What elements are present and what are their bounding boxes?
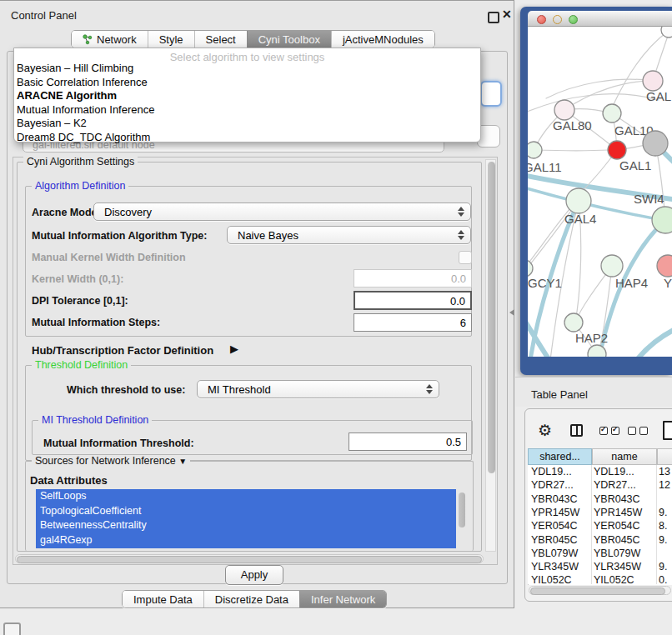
attributes-list-scrollbar[interactable] [459, 492, 465, 528]
column-header-shared-name[interactable]: shared... [528, 448, 592, 465]
table-row[interactable]: YER054CYER054C8. [528, 519, 672, 532]
settings-vertical-scrollbar-track[interactable] [485, 159, 496, 552]
gear-icon[interactable]: ⚙ [538, 421, 552, 440]
network-node[interactable] [601, 255, 623, 277]
network-edge[interactable] [635, 328, 672, 357]
dropdown-item[interactable]: Dream8 DC_TDC Algorithm [17, 131, 150, 143]
table-cell: YDL19... [594, 466, 634, 478]
tab-style[interactable]: Style [148, 31, 194, 48]
table-cell: YBL079W [531, 548, 578, 559]
attribute-list-item[interactable]: TopologicalCoefficient [36, 504, 456, 519]
mi-steps-field[interactable]: 6 [354, 313, 472, 332]
table-horizontal-scrollbar-thumb[interactable] [530, 588, 665, 595]
table-rows[interactable]: YDL19...YDL19...13YDR27...YDR27...12YBR0… [528, 465, 672, 584]
tab-network[interactable]: Network [72, 31, 148, 48]
table-row[interactable]: YBL079WYBL079W [528, 547, 672, 560]
dropdown-item[interactable]: ARACNE Algorithm [17, 89, 117, 102]
checked-checkbox-icon[interactable] [611, 427, 619, 435]
network-node[interactable] [603, 104, 621, 122]
settings-vertical-scrollbar-thumb[interactable] [488, 162, 495, 473]
manual-kernel-label: Manual Kernel Width Definition [32, 252, 186, 263]
aracne-mode-value: Discovery [104, 206, 152, 218]
table-panel-title: Table Panel [531, 388, 588, 401]
dropdown-item[interactable]: Basic Correlation Inference [17, 76, 148, 88]
splitter-arrow-icon[interactable] [509, 309, 514, 316]
tab-jactivemnodules[interactable]: jActiveMNodules [331, 31, 434, 48]
network-window-titlebar[interactable] [528, 11, 672, 27]
tab-select[interactable]: Select [194, 31, 247, 48]
aracne-mode-combobox[interactable]: Discovery [93, 202, 471, 221]
network-node[interactable] [566, 188, 591, 213]
table-row[interactable]: YDL19...YDL19...13 [528, 465, 672, 478]
column-header-partial[interactable] [657, 448, 672, 465]
checked-checkbox-icon[interactable] [599, 427, 608, 435]
data-attributes-list[interactable]: SelfLoopsTopologicalCoefficientBetweenne… [36, 489, 456, 548]
table-cell: YDL19... [531, 466, 572, 478]
columns-icon[interactable] [570, 424, 583, 437]
mi-threshold-field[interactable]: 0.5 [349, 432, 467, 451]
aracne-mode-label: Aracne Mode: [32, 207, 101, 218]
attribute-list-item[interactable]: BetweennessCentrality [36, 518, 456, 533]
network-node[interactable] [528, 142, 542, 158]
apply-button[interactable]: Apply [225, 565, 283, 585]
mi-type-combobox[interactable]: Naive Bayes [227, 226, 471, 244]
network-node[interactable] [554, 100, 574, 120]
zoom-traffic-light-icon[interactable] [569, 15, 578, 24]
table-cell: 13 [659, 466, 670, 478]
tab-impute-data[interactable]: Impute Data [123, 591, 203, 608]
table-row[interactable]: YDR27...YDR27...12 [528, 478, 672, 492]
minimize-traffic-light-icon[interactable] [553, 15, 562, 24]
dropdown-item[interactable]: Bayesian – K2 [17, 117, 87, 129]
network-node[interactable] [608, 141, 626, 159]
network-node[interactable] [564, 313, 583, 332]
unchecked-checkbox-icon[interactable] [628, 427, 636, 435]
attribute-list-item[interactable]: gal4RGexp [36, 533, 456, 548]
table-cell: 9. [659, 561, 667, 572]
table-cell: YBL079W [594, 548, 640, 559]
kernel-width-field[interactable]: 0.0 [354, 269, 472, 288]
table-cell: YBR043C [531, 493, 578, 505]
hub-definition-label: Hub/Transcription Factor Definition [32, 344, 213, 357]
mi-threshold-label: Mutual Information Threshold: [43, 438, 194, 449]
dropdown-item[interactable]: Bayesian – Hill Climbing [17, 62, 133, 74]
table-row[interactable]: YBR045CYBR045C9. [528, 533, 672, 547]
hidden-panel-icon[interactable] [3, 622, 21, 635]
table-row[interactable]: YLR345WYLR345W9. [528, 560, 672, 573]
close-window-icon[interactable]: ✕ [502, 8, 512, 21]
document-icon[interactable] [663, 421, 672, 440]
network-graph: GALGAL80GAL10GAL1GAL11SWI4GAL4GCY1HAP4YH… [528, 27, 672, 357]
table-cell: YLR345W [594, 561, 641, 572]
spinner-arrows-icon [426, 384, 433, 394]
settings-horizontal-scrollbar-thumb[interactable] [17, 556, 482, 563]
close-traffic-light-icon[interactable] [537, 15, 546, 24]
mi-threshold-group-title: MI Threshold Definition [38, 414, 152, 426]
collapse-arrow-icon[interactable]: ▼ [178, 457, 187, 466]
network-node[interactable] [643, 131, 668, 156]
settings-horizontal-scrollbar-track[interactable] [15, 554, 484, 563]
unchecked-checkbox-icon[interactable] [639, 427, 648, 435]
attribute-list-item[interactable]: SelfLoops [36, 489, 456, 504]
which-threshold-combobox[interactable]: MI Threshold [197, 380, 439, 398]
spinner-arrows-icon [458, 207, 464, 217]
network-node[interactable] [643, 71, 663, 91]
tab-cyni-toolbox[interactable]: Cyni Toolbox [247, 31, 331, 48]
manual-kernel-checkbox[interactable] [459, 251, 472, 264]
table-row[interactable]: YPR145WYPR145W9. [528, 506, 672, 519]
table-horizontal-scrollbar-track[interactable] [529, 586, 671, 595]
network-edge[interactable] [534, 150, 609, 151]
network-node-label: GAL4 [564, 212, 596, 226]
tab-infer-network[interactable]: Infer Network [299, 591, 386, 608]
table-row[interactable]: YIL052CYIL052C0. [528, 573, 672, 584]
dpi-tolerance-field[interactable]: 0.0 [354, 291, 472, 310]
hub-expand-arrow-icon[interactable]: ▶ [230, 342, 238, 355]
network-canvas[interactable]: GALGAL80GAL10GAL1GAL11SWI4GAL4GCY1HAP4YH… [528, 27, 672, 357]
table-cell: 9. [659, 507, 667, 518]
tab-discretize-data[interactable]: Discretize Data [203, 591, 299, 608]
dropdown-item[interactable]: Mutual Information Inference [17, 103, 154, 116]
network-node[interactable] [657, 255, 672, 277]
column-header-name[interactable]: name [592, 448, 657, 465]
inference-algorithm-combobox[interactable] [480, 81, 502, 107]
table-row[interactable]: YBR043CYBR043C [528, 492, 672, 506]
table-cell: YBR045C [531, 534, 578, 546]
float-window-icon[interactable] [488, 12, 499, 23]
